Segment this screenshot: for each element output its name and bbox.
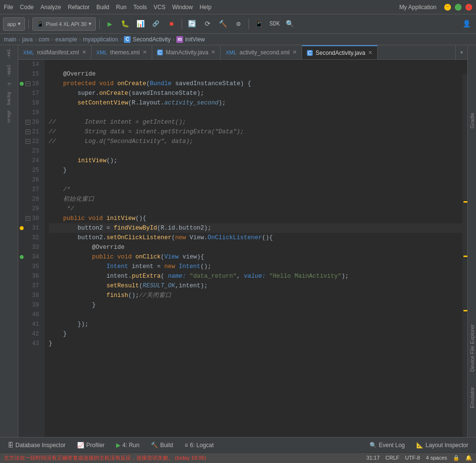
mainactivity-icon: C [157,50,163,55]
fold-icon-20[interactable]: ─ [26,120,30,125]
menu-build[interactable]: Build [96,4,109,11]
search-button[interactable]: 🔍 [283,17,297,31]
fold-icon-16[interactable]: ─ [26,81,30,86]
tab-manifest-close[interactable]: ✕ [82,49,86,55]
sidebar-oregr-item[interactable]: oregr [6,108,13,125]
profile-user-button[interactable]: 👤 [460,17,473,31]
tab-dropdown[interactable]: ▾ [455,45,467,59]
layout-inspector-tab[interactable]: 📐 Layout Inspector [411,438,473,452]
menu-code[interactable]: Code [20,4,34,11]
attach-debugger-button[interactable]: 🔗 [149,17,163,31]
tab-activitysecond-close[interactable]: ✕ [292,49,297,55]
line-ending[interactable]: CRLF [385,455,399,461]
fold-icon-30[interactable]: ─ [26,216,30,221]
tab-mainactivity-close[interactable]: ✕ [211,49,215,55]
tab-themes-close[interactable]: ✕ [143,49,147,55]
breadcrumb-item-java[interactable]: java [22,36,33,43]
toolbar-separator-2 [99,19,100,29]
code-line-27: /* [49,185,467,194]
tab-androidmanifest[interactable]: XML roidManifest.xml ✕ [18,45,92,59]
sidebar-y-item[interactable]: ·y [6,80,13,90]
line-number-15: 15 [18,69,41,79]
code-line-40 [49,310,467,320]
database-inspector-tab[interactable]: 🗄 Database Inspector [3,438,70,452]
profile-button[interactable]: 📊 [134,17,147,31]
indent-setting[interactable]: 4 spaces [426,455,447,461]
line-number-40: 40 [18,310,41,320]
toolbar-separator-4 [249,19,249,29]
database-inspector-label: Database Inspector [15,442,66,449]
bottom-panel: 🗄 Database Inspector 📈 Profiler ▶ 4: Run… [0,437,476,452]
menu-tools[interactable]: Tools [133,4,147,11]
menu-refactor[interactable]: Refactor [68,4,90,11]
build2-button[interactable]: ⚙ [232,17,245,31]
device-selector[interactable]: 📱 Pixel 4 XL API 30 ▾ [32,17,96,31]
close-button[interactable]: ✕ [465,4,472,11]
maximize-button[interactable]: □ [455,4,462,11]
tab-secondactivity[interactable]: C SecondActivity.java ✕ [302,45,378,59]
build-button[interactable]: 🔨 [216,17,230,31]
code-content[interactable]: @Override protected void onCreate(Bundle… [45,60,467,437]
breadcrumb-item-secondactivity[interactable]: SecondActivity [132,36,171,43]
code-line-25: } [49,166,467,175]
method-icon: m [176,36,183,43]
device-file-explorer-label[interactable]: Device File Explorer [469,324,475,372]
breadcrumb-item-initview[interactable]: initView [185,36,205,43]
themes-icon: XML [96,50,107,55]
code-line-24: initView(); [49,156,467,166]
tab-mainactivity-label: MainActivity.java [166,49,208,56]
menu-run[interactable]: Run [116,4,127,11]
debug-button[interactable]: 🐛 [119,17,132,31]
encoding[interactable]: UTF-8 [405,455,420,461]
menu-vcs[interactable]: VCS [154,4,166,11]
profiler-tab[interactable]: 📈 Profiler [72,438,109,452]
breadcrumb-item-com[interactable]: com [39,36,50,43]
cursor-position[interactable]: 31:17 [367,455,380,461]
logcat-tab[interactable]: ≡ 6: Logcat [180,438,218,452]
menu-bar[interactable]: File Code Analyze Refactor Build Run Too… [4,4,212,11]
minimize-button[interactable]: ─ [444,4,451,11]
avd-button[interactable]: 📱 [252,17,266,31]
run-button[interactable]: ▶ [103,17,117,31]
sdk-button[interactable]: SDK [268,17,281,31]
tab-activitysecond[interactable]: XML activity_second.xml ✕ [221,45,302,59]
window-controls[interactable]: ─ □ ✕ [444,4,472,11]
breadcrumb-item-myapplication[interactable]: myapplication [83,36,118,43]
scroll-indicators [463,74,467,437]
right-sidebar: Gradle Device File Explorer Emulator [467,45,476,437]
sync2-button[interactable]: ⟳ [201,17,214,31]
code-line-14 [49,60,467,69]
menu-window[interactable]: Window [172,4,193,11]
menu-analyze[interactable]: Analyze [40,4,61,11]
breadcrumb-item-example[interactable]: example [55,36,77,43]
code-line-38: finish();//关闭窗口 [49,291,467,300]
tab-themes[interactable]: XML themes.xml ✕ [92,45,152,59]
event-log-tab[interactable]: 🔍 Event Log [365,438,410,452]
fold-icon-21[interactable]: ─ [26,129,30,134]
sidebar-xml-item[interactable]: ·xml [6,47,13,62]
app-selector[interactable]: app ▾ [3,17,25,31]
scroll-indicator-3 [463,310,467,311]
sidebar-appl-item[interactable]: ·appl [6,63,13,79]
code-line-32: button2.setOnClickListener(new View.OnCl… [49,233,467,243]
stop-button[interactable]: ■ [165,17,178,31]
menu-file[interactable]: File [4,4,13,11]
line-number-37: 37 [18,281,41,291]
sync-button[interactable]: 🔄 [185,17,199,31]
code-line-31: button2 = findViewById(R.id.button2); [49,223,467,233]
sidebar-backg-item[interactable]: backg [6,90,13,107]
editor-container: XML roidManifest.xml ✕ XML themes.xml ✕ … [18,45,467,437]
build-tab[interactable]: 🔨 Build [146,438,178,452]
status-error-text: 主方法在一段时间没有正确答复或连接的主机没有反应，连接尝试失败。 (today … [4,454,206,462]
fold-icon-22[interactable]: ─ [26,139,30,144]
code-line-18: setContentView(R.layout.activity_second)… [49,98,467,108]
code-line-34: public void onClick(View view){ [49,252,467,262]
line-number-36: 36 [18,271,41,281]
breadcrumb-item-main[interactable]: main [4,36,16,43]
menu-help[interactable]: Help [199,4,212,11]
run-tab[interactable]: ▶ 4: Run [111,438,144,452]
tab-mainactivity[interactable]: C MainActivity.java ✕ [152,45,221,59]
gradle-panel-label[interactable]: Gradle [469,113,475,129]
emulator-label[interactable]: Emulator [469,387,475,408]
tab-secondactivity-close[interactable]: ✕ [368,50,372,56]
